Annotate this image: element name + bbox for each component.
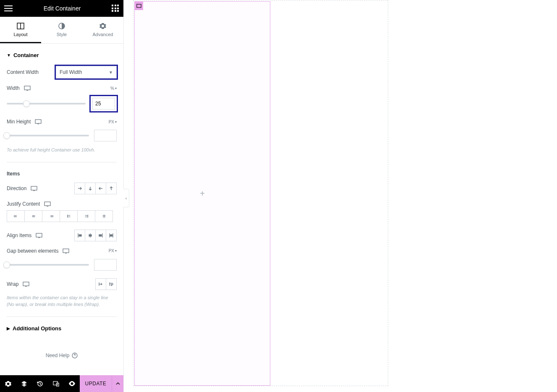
wrap-icon [109, 282, 114, 287]
caret-down-icon: ▼ [7, 53, 11, 57]
align-end[interactable] [95, 230, 106, 241]
panel-scroll: ▼ Container Content Width Full Width ▼ W… [0, 44, 123, 375]
label-min-height: Min Height [7, 119, 31, 125]
align-start[interactable] [74, 230, 85, 241]
justify-end[interactable] [42, 210, 60, 222]
desktop-icon[interactable] [24, 86, 31, 91]
slider-gap[interactable] [7, 261, 89, 269]
container-element[interactable]: + [134, 1, 270, 386]
svg-rect-29 [79, 235, 81, 236]
svg-rect-36 [110, 235, 112, 236]
canvas[interactable]: + [124, 0, 557, 392]
desktop-icon[interactable] [36, 233, 42, 238]
desktop-icon[interactable] [44, 201, 51, 206]
justify-between-icon [66, 214, 71, 219]
navigator-icon[interactable] [16, 375, 32, 392]
slider-min-height[interactable] [7, 131, 89, 140]
direction-column[interactable] [85, 183, 96, 194]
preview-icon[interactable] [64, 375, 80, 392]
desktop-icon[interactable] [23, 282, 29, 287]
chevron-down-icon: ▾ [115, 86, 117, 90]
svg-rect-3 [24, 86, 30, 90]
direction-row-reverse[interactable] [95, 183, 106, 194]
panel-title: Edit Container [44, 5, 81, 12]
layout-icon [17, 23, 24, 29]
input-gap[interactable] [94, 259, 117, 271]
unit-toggle-width[interactable]: % ▾ [110, 86, 117, 91]
arrow-left-icon [98, 186, 103, 191]
input-width[interactable] [92, 98, 115, 110]
section-container-toggle[interactable]: ▼ Container [7, 44, 117, 63]
wrap-nowrap[interactable] [95, 278, 106, 290]
align-center[interactable] [85, 230, 96, 241]
input-width-wrap [91, 96, 117, 111]
align-end-icon [98, 233, 103, 238]
svg-rect-26 [36, 233, 42, 237]
justify-around[interactable] [77, 210, 95, 222]
responsive-icon[interactable] [48, 375, 64, 392]
history-icon[interactable] [32, 375, 48, 392]
svg-rect-33 [99, 235, 102, 236]
update-button[interactable]: UPDATE [80, 375, 112, 392]
svg-rect-5 [35, 120, 41, 123]
menu-icon[interactable] [4, 5, 13, 11]
wrap-wrap[interactable] [106, 278, 117, 290]
label-align: Align Items [7, 233, 31, 238]
desktop-icon[interactable] [35, 119, 42, 124]
widgets-grid-icon[interactable] [112, 5, 119, 12]
justify-around-icon [84, 214, 89, 219]
label-justify: Justify Content [7, 201, 40, 207]
update-options[interactable] [112, 375, 123, 392]
need-help-link[interactable]: Need Help [7, 336, 117, 375]
arrow-right-icon [77, 186, 82, 191]
chevron-up-icon [116, 382, 120, 385]
settings-icon[interactable] [0, 375, 16, 392]
tab-style[interactable]: Style [41, 17, 82, 43]
label-gap: Gap between elements [7, 248, 58, 254]
control-width: Width % ▾ [7, 82, 117, 94]
container-handle[interactable] [135, 2, 143, 10]
desktop-icon[interactable] [31, 186, 37, 191]
panel-header: Edit Container [0, 0, 123, 17]
slider-width[interactable] [7, 99, 86, 108]
control-content-width: Content Width Full Width ▼ [7, 63, 117, 82]
editor-panel: Edit Container Layout Style Advanced ▼ C… [0, 0, 124, 392]
style-icon [58, 23, 65, 29]
input-min-height[interactable] [94, 130, 117, 141]
svg-rect-12 [13, 216, 16, 217]
section-placeholder[interactable]: + [133, 0, 388, 386]
direction-column-reverse[interactable] [106, 183, 117, 194]
section-additional-toggle[interactable]: ▶ Additional Options [7, 320, 117, 336]
unit-toggle-gap[interactable]: PX ▾ [109, 248, 117, 253]
direction-row[interactable] [74, 183, 85, 194]
svg-rect-39 [23, 282, 29, 286]
label-direction: Direction [7, 186, 26, 191]
justify-between[interactable] [60, 210, 78, 222]
svg-rect-9 [44, 202, 50, 206]
justify-center-icon [31, 214, 36, 219]
control-wrap: Wrap [7, 275, 117, 293]
desktop-icon[interactable] [63, 248, 69, 253]
unit-toggle-min-height[interactable]: PX ▾ [109, 120, 117, 124]
nowrap-icon [98, 282, 103, 287]
panel-footer: UPDATE [0, 375, 123, 392]
svg-rect-37 [63, 249, 69, 253]
tab-advanced[interactable]: Advanced [82, 17, 123, 43]
justify-start[interactable] [7, 210, 25, 222]
svg-rect-46 [137, 4, 141, 8]
control-justify-content: Justify Content [7, 198, 117, 210]
justify-center[interactable] [24, 210, 42, 222]
label-width: Width [7, 85, 20, 91]
svg-rect-13 [32, 215, 35, 216]
justify-evenly[interactable] [95, 210, 113, 222]
collapse-panel-button[interactable]: ‹ [123, 189, 129, 207]
control-align-items: Align Items [7, 226, 117, 245]
tab-layout[interactable]: Layout [0, 17, 41, 43]
align-buttons [74, 230, 117, 241]
align-stretch-icon [109, 233, 114, 238]
help-icon [72, 353, 78, 358]
select-content-width[interactable]: Full Width ▼ [56, 66, 117, 78]
control-gap: Gap between elements PX ▾ [7, 245, 117, 257]
align-stretch[interactable] [106, 230, 117, 241]
add-widget-button[interactable]: + [198, 189, 207, 198]
